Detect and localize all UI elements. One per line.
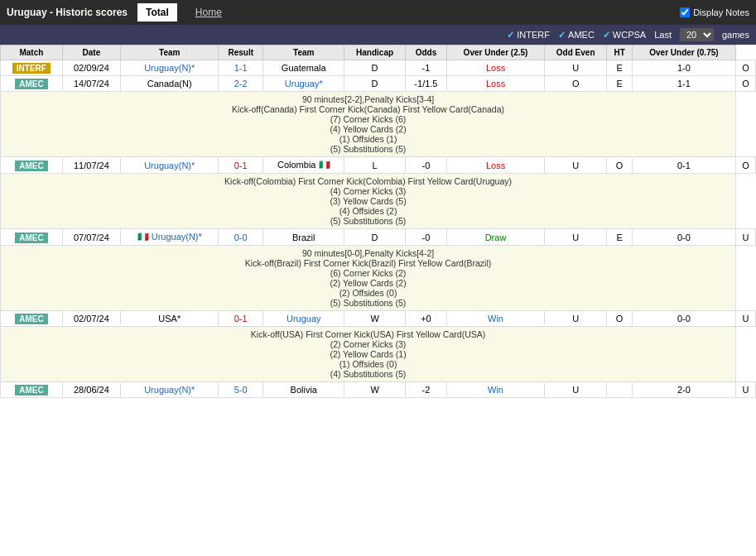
team1-name[interactable]: Uruguay(N)*	[121, 60, 219, 76]
match-result: 2-2	[219, 76, 263, 92]
ht-value: 0-0	[632, 229, 735, 246]
games-label: games	[722, 30, 749, 40]
team2-name[interactable]: Uruguay*	[263, 76, 344, 92]
oe-value: E	[607, 60, 632, 76]
detail-line: 90 minutes[2-2],Penalty Kicks[3-4]	[4, 94, 732, 104]
filter-amec-label: AMEC	[568, 30, 595, 40]
detail-line: (4) Yellow Cards (2)	[4, 124, 732, 134]
tab-home[interactable]: Home	[187, 3, 230, 22]
detail-row: Kick-off(Colombia) First Corner Kick(Col…	[1, 174, 756, 229]
ou-value: O	[544, 76, 607, 92]
odds-result: Draw	[447, 229, 545, 246]
tab-total[interactable]: Total	[137, 3, 177, 22]
match-date: 02/07/24	[62, 311, 120, 327]
detail-row: 90 minutes[2-2],Penalty Kicks[3-4]Kick-o…	[1, 92, 756, 157]
match-badge: INTERF	[1, 60, 63, 76]
detail-line: (5) Substitutions (5)	[4, 298, 732, 308]
col-team2: Team	[263, 46, 344, 60]
header-row: Match Date Team Result Team Handicap Odd…	[1, 46, 756, 60]
ou-value: U	[544, 157, 607, 174]
odds-result: Loss	[447, 60, 545, 76]
match-badge: AMEC	[1, 229, 63, 246]
detail-line: Kick-off(Colombia) First Corner Kick(Col…	[4, 176, 732, 186]
ou2-value: U	[736, 382, 756, 398]
ou-value: U	[544, 382, 607, 398]
detail-line: (5) Substitutions (5)	[4, 144, 732, 154]
col-match: Match	[1, 46, 63, 60]
handicap-value: +0	[405, 311, 446, 327]
filter-bar: ✓ INTERF ✓ AMEC ✓ WCPSA Last 201030 game…	[0, 25, 756, 45]
handicap-value: -1	[405, 60, 446, 76]
match-badge: AMEC	[1, 157, 63, 174]
detail-line: (2) Offsides (0)	[4, 288, 732, 298]
check-interf: ✓	[507, 30, 514, 41]
ou2-value: U	[736, 229, 756, 246]
team2-name: Brazil	[263, 229, 344, 246]
oe-value: O	[607, 157, 632, 174]
handicap-value: -1/1.5	[405, 76, 446, 92]
match-result: 0-0	[219, 229, 263, 246]
handicap-label: D	[344, 60, 405, 76]
team2-name[interactable]: Uruguay	[263, 311, 344, 327]
team2-name: Colombia 🇮🇹	[263, 157, 344, 174]
detail-line: (4) Offsides (2)	[4, 206, 732, 216]
ou2-value: O	[736, 60, 756, 76]
team1-name[interactable]: Uruguay(N)*	[121, 157, 219, 174]
col-ou25: Over Under (2.5)	[447, 46, 545, 60]
ou-value: U	[544, 311, 607, 327]
filter-interf[interactable]: ✓ INTERF	[507, 30, 550, 41]
detail-line: Kick-off(Canada) First Corner Kick(Canad…	[4, 104, 732, 114]
display-notes-checkbox[interactable]	[680, 7, 690, 17]
handicap-value: -2	[405, 382, 446, 398]
match-result: 0-1	[219, 311, 263, 327]
team1-name[interactable]: Uruguay(N)*	[121, 382, 219, 398]
odds-result: Loss	[447, 76, 545, 92]
ht-value: 0-0	[632, 311, 735, 327]
odds-result: Win	[447, 382, 545, 398]
page-title: Uruguay - Historic scores	[7, 7, 128, 18]
detail-line: (2) Corner Kicks (3)	[4, 339, 732, 349]
ou2-value: O	[736, 76, 756, 92]
match-badge: AMEC	[1, 382, 63, 398]
handicap-value: -0	[405, 229, 446, 246]
col-date: Date	[62, 46, 120, 60]
ou-value: U	[544, 60, 607, 76]
table-row: INTERF 02/09/24 Uruguay(N)* 1-1 Guatemal…	[1, 60, 756, 76]
match-date: 02/09/24	[62, 60, 120, 76]
last-select[interactable]: 201030	[680, 28, 714, 41]
col-ou075: Over Under (0.75)	[632, 46, 735, 60]
team1-name: USA*	[121, 311, 219, 327]
main-table: Match Date Team Result Team Handicap Odd…	[0, 45, 756, 398]
odds-result: Loss	[447, 157, 545, 174]
detail-line: (2) Yellow Cards (1)	[4, 349, 732, 359]
table-row: AMEC 28/06/24 Uruguay(N)* 5-0 Bolivia W …	[1, 382, 756, 398]
ou2-value: U	[736, 311, 756, 327]
handicap-label: W	[344, 382, 405, 398]
ou2-value: O	[736, 157, 756, 174]
handicap-label: D	[344, 229, 405, 246]
col-team1: Team	[121, 46, 219, 60]
last-label: Last	[654, 30, 672, 40]
ht-value: 0-1	[632, 157, 735, 174]
team1-name[interactable]: 🇮🇹 Uruguay(N)*	[121, 229, 219, 246]
filter-interf-label: INTERF	[517, 30, 550, 40]
handicap-label: L	[344, 157, 405, 174]
filter-wcpsa-label: WCPSA	[613, 30, 646, 40]
oe-value: O	[607, 311, 632, 327]
detail-line: (3) Yellow Cards (5)	[4, 196, 732, 206]
handicap-label: D	[344, 76, 405, 92]
oe-value: E	[607, 76, 632, 92]
table-row: AMEC 14/07/24 Canada(N) 2-2 Uruguay* D -…	[1, 76, 756, 92]
table-row: AMEC 02/07/24 USA* 0-1 Uruguay W +0 Win …	[1, 311, 756, 327]
ht-value: 1-0	[632, 60, 735, 76]
detail-line: (4) Corner Kicks (3)	[4, 186, 732, 196]
filter-amec[interactable]: ✓ AMEC	[558, 30, 595, 41]
match-result: 1-1	[219, 60, 263, 76]
detail-line: (4) Substitutions (5)	[4, 369, 732, 379]
filter-wcpsa[interactable]: ✓ WCPSA	[603, 30, 646, 41]
detail-line: Kick-off(Brazil) First Corner Kick(Brazi…	[4, 258, 732, 268]
match-result: 5-0	[219, 382, 263, 398]
detail-line: (1) Offsides (1)	[4, 134, 732, 144]
table-row: AMEC 11/07/24 Uruguay(N)* 0-1 Colombia 🇮…	[1, 157, 756, 174]
handicap-label: W	[344, 311, 405, 327]
